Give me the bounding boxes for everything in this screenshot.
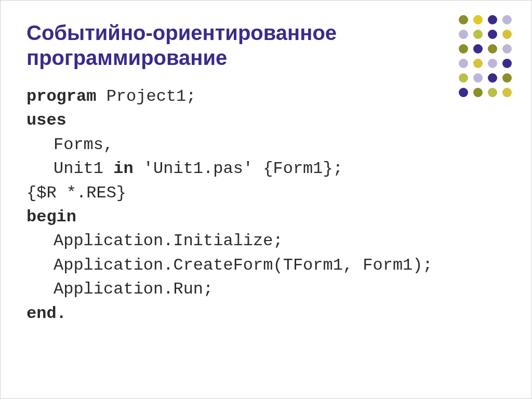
dot-icon xyxy=(488,30,497,39)
dot-icon xyxy=(473,15,483,24)
dot-icon xyxy=(459,73,468,83)
dot-icon xyxy=(502,88,512,97)
dot-icon xyxy=(459,15,468,24)
code-line: Application.Run; xyxy=(26,277,506,301)
code-line: Application.Initialize; xyxy=(26,229,506,253)
dot-icon xyxy=(459,59,468,68)
code-line: Unit1 in 'Unit1.pas' {Form1}; xyxy=(26,157,506,181)
code-keyword: begin xyxy=(26,205,506,229)
code-line: {$R *.RES} xyxy=(26,181,506,205)
dot-icon xyxy=(473,59,483,68)
dot-icon xyxy=(488,88,497,97)
code-text: Project1; xyxy=(96,87,196,106)
slide: Событийно-ориентированное программирован… xyxy=(0,0,532,399)
slide-title: Событийно-ориентированное программирован… xyxy=(26,20,416,70)
dot-icon xyxy=(459,88,468,97)
code-line: program Project1; xyxy=(26,85,506,109)
code-keyword: program xyxy=(26,87,96,106)
dot-icon xyxy=(488,44,497,54)
dot-icon xyxy=(473,30,483,39)
dot-icon xyxy=(502,73,512,83)
dot-icon xyxy=(488,59,497,68)
code-line: Application.CreateForm(TForm1, Form1); xyxy=(26,254,506,277)
code-block: program Project1; uses Forms, Unit1 in '… xyxy=(26,85,506,326)
code-line: Forms, xyxy=(26,133,506,157)
decorative-dot-grid xyxy=(459,15,514,99)
dot-icon xyxy=(473,73,483,83)
dot-icon xyxy=(502,59,512,68)
dot-icon xyxy=(502,44,512,54)
code-keyword: end. xyxy=(26,302,506,326)
dot-icon xyxy=(502,30,512,39)
code-keyword: in xyxy=(113,159,133,178)
code-text: Unit1 xyxy=(54,159,113,178)
dot-icon xyxy=(502,15,512,24)
code-keyword: uses xyxy=(26,109,506,132)
dot-icon xyxy=(473,88,483,97)
code-text: 'Unit1.pas' {Form1}; xyxy=(134,159,343,178)
dot-icon xyxy=(473,44,483,54)
dot-icon xyxy=(459,44,468,54)
dot-icon xyxy=(488,73,497,83)
dot-icon xyxy=(488,15,497,24)
dot-icon xyxy=(459,30,468,39)
